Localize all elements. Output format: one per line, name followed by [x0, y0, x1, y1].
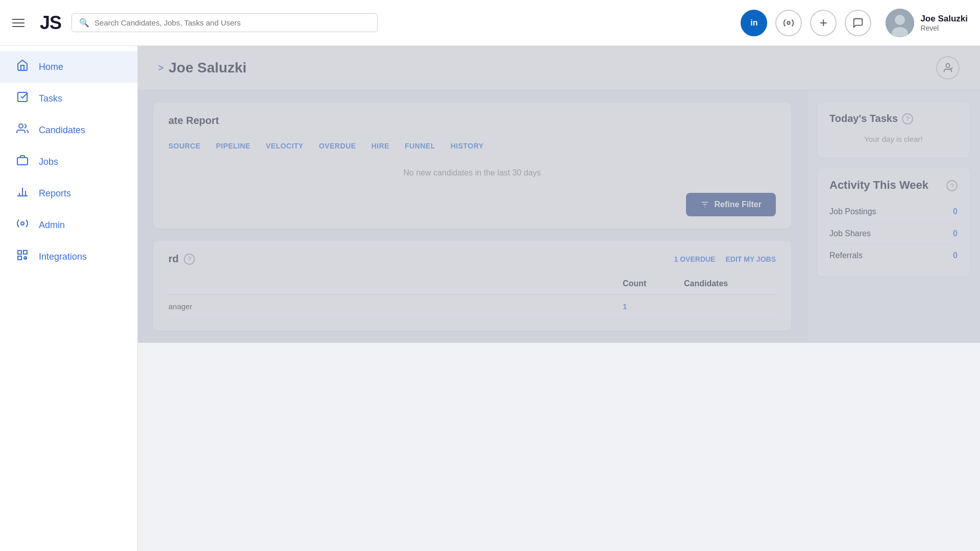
tab-funnel[interactable]: FUNNEL [405, 142, 435, 150]
svg-point-16 [946, 64, 949, 67]
tab-hire[interactable]: HIRE [371, 142, 389, 150]
page-title: Joe Saluzki [169, 60, 247, 76]
svg-point-0 [788, 21, 791, 24]
integrations-icon [15, 249, 30, 264]
tools-icon[interactable] [775, 10, 802, 36]
edit-my-jobs-link[interactable]: EDIT MY JOBS [725, 255, 776, 263]
col-name [168, 279, 623, 288]
svg-rect-13 [23, 251, 27, 254]
col-candidates: Candidates [684, 279, 776, 288]
tasks-help-icon[interactable]: ? [902, 113, 913, 124]
table-header: Count Candidates [168, 273, 776, 295]
report-tabs: SOURCE PIPELINE VELOCITY OVERDUE HIRE FU… [168, 142, 776, 150]
linkedin-icon[interactable]: in [741, 10, 767, 36]
report-title: ate Report [168, 115, 219, 127]
row-name: anager [168, 302, 623, 311]
svg-point-5 [19, 124, 23, 128]
refine-filter-button[interactable]: Refine Filter [686, 193, 776, 216]
home-icon [15, 59, 30, 74]
activity-count-referrals: 0 [953, 251, 958, 260]
add-icon[interactable]: + [810, 10, 837, 36]
tasks-clear-message: Your day is clear! [829, 131, 958, 147]
report-card: ate Report SOURCE PIPELINE VELOCITY OVER… [153, 103, 791, 229]
activity-label-referrals: Referrals [829, 251, 863, 260]
content-grid: ate Report SOURCE PIPELINE VELOCITY OVER… [138, 90, 980, 343]
activity-count-job-shares: 0 [953, 229, 958, 238]
tasks-icon [15, 91, 30, 106]
activity-row-job-postings: Job Postings 0 [829, 201, 958, 223]
nav-action-icons: in + [741, 10, 871, 36]
dashboard-title: rd [168, 253, 179, 265]
breadcrumb-arrow: > [158, 63, 164, 73]
admin-icon [15, 217, 30, 233]
activity-label-job-postings: Job Postings [829, 207, 876, 216]
reports-icon [15, 186, 30, 201]
sidebar: Home Tasks Candidates Jobs Reports Admin [0, 46, 138, 551]
sidebar-item-tasks[interactable]: Tasks [0, 83, 137, 114]
left-panel: ate Report SOURCE PIPELINE VELOCITY OVER… [138, 90, 806, 343]
user-link-icon[interactable] [936, 56, 960, 80]
svg-rect-4 [18, 92, 27, 102]
activity-row-job-shares: Job Shares 0 [829, 223, 958, 245]
search-input[interactable] [94, 18, 370, 27]
user-info: Joe Saluzki Revel [920, 14, 968, 32]
user-org: Revel [920, 24, 968, 32]
table-row: anager 1 [168, 295, 776, 318]
sidebar-item-jobs[interactable]: Jobs [0, 146, 137, 178]
tab-pipeline[interactable]: PIPELINE [216, 142, 251, 150]
svg-point-11 [21, 222, 24, 225]
sidebar-label-jobs: Jobs [39, 157, 58, 167]
tasks-header: Today's Tasks ? [829, 113, 958, 124]
user-name: Joe Saluzki [920, 14, 968, 24]
sidebar-item-home[interactable]: Home [0, 51, 137, 83]
refine-filter-label: Refine Filter [715, 200, 762, 209]
right-panel: Today's Tasks ? Your day is clear! Activ… [806, 90, 980, 343]
app-logo: JS [40, 12, 61, 34]
svg-rect-12 [18, 251, 21, 254]
dashboard-help-icon[interactable]: ? [184, 254, 195, 265]
search-bar[interactable]: 🔍 [71, 13, 378, 32]
activity-card: Activity This Week ? Job Postings 0 Job … [817, 168, 970, 277]
col-count: Count [623, 279, 684, 288]
todays-tasks-card: Today's Tasks ? Your day is clear! [817, 103, 970, 158]
activity-count-job-postings: 0 [953, 207, 958, 216]
row-count[interactable]: 1 [623, 302, 684, 311]
search-icon: 🔍 [79, 18, 89, 28]
tab-source[interactable]: SOURCE [168, 142, 201, 150]
page-header: > Joe Saluzki [138, 46, 980, 90]
sidebar-label-integrations: Integrations [39, 252, 87, 262]
main-wrapper: > Joe Saluzki ate Report SOURCE PIPELINE… [138, 46, 980, 551]
svg-rect-6 [17, 158, 28, 165]
sidebar-item-reports[interactable]: Reports [0, 178, 137, 209]
activity-title: Activity This Week [829, 178, 928, 193]
candidates-icon [15, 122, 30, 138]
sidebar-item-admin[interactable]: Admin [0, 209, 137, 241]
top-navigation: JS 🔍 in + Joe Saluzki Revel [0, 0, 980, 46]
activity-help-icon[interactable]: ? [946, 180, 958, 191]
sidebar-label-admin: Admin [39, 220, 65, 231]
activity-row-referrals: Referrals 0 [829, 245, 958, 266]
sidebar-label-reports: Reports [39, 188, 71, 199]
activity-label-job-shares: Job Shares [829, 229, 871, 238]
sidebar-item-integrations[interactable]: Integrations [0, 241, 137, 272]
sidebar-item-candidates[interactable]: Candidates [0, 114, 137, 146]
sidebar-label-home: Home [39, 62, 63, 72]
svg-point-2 [895, 15, 905, 25]
tab-history[interactable]: HISTORY [451, 142, 484, 150]
tab-overdue[interactable]: OVERDUE [319, 142, 356, 150]
svg-rect-14 [18, 256, 21, 260]
tab-velocity[interactable]: VELOCITY [266, 142, 304, 150]
sidebar-label-candidates: Candidates [39, 125, 85, 136]
messages-icon[interactable] [845, 10, 871, 36]
sidebar-label-tasks: Tasks [39, 93, 62, 104]
overdue-link[interactable]: 1 OVERDUE [674, 255, 716, 263]
user-avatar [886, 9, 914, 37]
dashboard-card: rd ? 1 OVERDUE EDIT MY JOBS Count Candid… [153, 241, 791, 331]
menu-hamburger[interactable] [12, 19, 24, 27]
activity-header: Activity This Week ? [829, 178, 958, 193]
tasks-title: Today's Tasks [829, 113, 898, 124]
jobs-icon [15, 154, 30, 169]
user-area[interactable]: Joe Saluzki Revel [886, 9, 968, 37]
no-data-message: No new candidates in the last 30 days [168, 158, 776, 188]
